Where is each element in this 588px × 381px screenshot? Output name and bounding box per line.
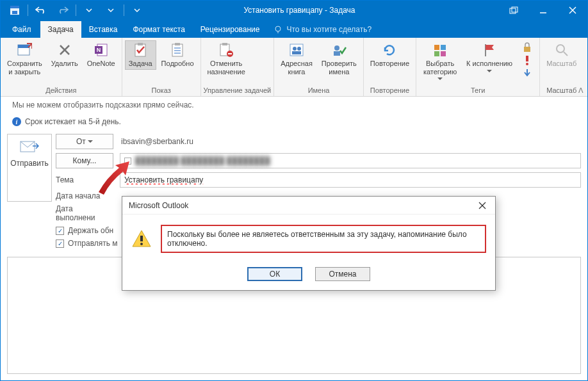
tell-me-search[interactable]: Что вы хотите сделать? — [267, 21, 378, 38]
send-me-checkbox[interactable]: ✓ — [56, 239, 64, 248]
window-minimize-icon[interactable] — [528, 1, 558, 20]
onenote-icon: N — [94, 42, 109, 58]
group-zoom-label: Масштаб — [543, 85, 580, 96]
qat-redo-icon[interactable] — [53, 1, 73, 20]
address-book-button[interactable]: Адресная книга — [277, 40, 316, 77]
svg-rect-31 — [292, 51, 301, 54]
from-button[interactable]: От — [56, 134, 113, 149]
qat-undo-icon[interactable] — [31, 1, 51, 20]
group-names-label: Имена — [277, 85, 361, 96]
save-close-button[interactable]: Сохранить и закрыть — [3, 40, 46, 77]
group-recurrence-label: Повторение — [366, 85, 413, 96]
svg-rect-11 — [18, 45, 29, 48]
warning-icon — [131, 229, 152, 249]
category-icon — [432, 42, 448, 58]
task-icon — [133, 42, 148, 58]
private-icon[interactable] — [520, 42, 534, 53]
svg-rect-2 — [12, 11, 17, 14]
dialog-title: Microsoft Outlook — [129, 201, 188, 210]
subject-field[interactable] — [120, 172, 581, 188]
send-button[interactable]: Отправить — [7, 134, 52, 202]
send-me-label: Отправлять м — [68, 239, 118, 248]
svg-rect-18 — [138, 43, 143, 45]
cancel-assign-icon — [218, 42, 234, 58]
qat-customize-icon[interactable] — [127, 1, 147, 20]
cancel-assignment-button[interactable]: Отменить назначение — [204, 40, 249, 77]
zoom-button[interactable]: Масштаб — [543, 40, 580, 70]
dropdown-icon — [437, 77, 443, 81]
save-close-icon — [17, 42, 32, 58]
title-bar: Установить гравицапу - Задача — [1, 1, 587, 20]
start-date-label: Дата начала — [56, 191, 113, 200]
priority-low-icon[interactable] — [520, 67, 534, 79]
followup-button[interactable]: К исполнению — [462, 40, 516, 75]
alert-dialog: Microsoft Outlook Поскольку вы более не … — [122, 196, 496, 291]
dialog-cancel-button[interactable]: Отмена — [315, 267, 370, 281]
window-close-icon[interactable] — [558, 1, 587, 20]
dialog-ok-button[interactable]: ОК — [247, 267, 302, 281]
svg-rect-39 — [524, 47, 530, 52]
to-button[interactable]: Кому... — [56, 153, 113, 168]
tab-task[interactable]: Задача — [40, 21, 81, 38]
svg-rect-20 — [175, 43, 180, 45]
svg-rect-1 — [10, 6, 19, 8]
tab-format[interactable]: Формат текста — [125, 21, 192, 38]
keep-updated-checkbox[interactable]: ✓ — [56, 227, 64, 235]
svg-point-41 — [526, 63, 528, 65]
onenote-button[interactable]: N OneNote — [83, 40, 119, 70]
tab-insert[interactable]: Вставка — [81, 21, 126, 38]
infobar-tips: Мы не можем отобразить подсказки прямо с… — [1, 97, 587, 113]
flag-icon — [482, 42, 497, 58]
info-icon: i — [12, 117, 21, 126]
svg-point-29 — [293, 47, 297, 51]
svg-rect-35 — [441, 45, 446, 50]
dropdown-icon — [487, 70, 492, 73]
svg-rect-34 — [434, 45, 439, 50]
svg-line-43 — [564, 52, 568, 56]
svg-rect-37 — [441, 51, 446, 56]
send-icon — [20, 140, 39, 154]
svg-point-32 — [334, 45, 339, 51]
details-icon — [170, 42, 185, 58]
dialog-close-icon[interactable] — [475, 198, 490, 213]
task-view-button[interactable]: Задача — [125, 40, 156, 70]
from-value: ibsavin@sberbank.ru — [120, 137, 193, 146]
qat-save-icon[interactable] — [4, 1, 25, 20]
details-button[interactable]: Подробно — [158, 40, 198, 70]
category-button[interactable]: Выбрать категорию — [419, 40, 461, 83]
svg-point-48 — [140, 243, 143, 245]
ribbon-collapse-icon[interactable]: ᐱ — [578, 86, 584, 95]
ribbon-tabs: Файл Задача Вставка Формат текста Реценз… — [1, 20, 587, 38]
svg-rect-47 — [140, 236, 143, 241]
priority-high-icon[interactable] — [520, 54, 534, 66]
window-restore-icon[interactable] — [499, 1, 528, 20]
svg-rect-4 — [512, 7, 518, 12]
qat-dropdown-2-icon[interactable] — [101, 1, 121, 20]
group-show-label: Показ — [125, 85, 198, 96]
delete-icon — [57, 42, 72, 58]
to-field[interactable]: ████████ ████████ ████████ — [120, 153, 581, 168]
qat-dropdown-1-icon[interactable] — [79, 1, 99, 20]
svg-rect-33 — [334, 51, 340, 56]
svg-rect-36 — [434, 51, 439, 56]
dialog-message: Поскольку вы более не являетесь ответств… — [161, 225, 486, 253]
address-book-icon — [289, 42, 304, 58]
zoom-icon — [554, 42, 569, 58]
infobar-due: i Срок истекает на 5-й день. — [1, 113, 587, 130]
svg-point-8 — [275, 26, 281, 31]
recurrence-button[interactable]: Повторение — [366, 40, 413, 70]
tab-file[interactable]: Файл — [3, 21, 40, 38]
group-actions-label: Действия — [3, 85, 119, 96]
delete-button[interactable]: Удалить — [47, 40, 82, 70]
svg-rect-40 — [526, 56, 528, 61]
svg-text:N: N — [96, 47, 101, 53]
due-date-label: Дата выполнени — [56, 204, 113, 222]
group-tags-label: Теги — [419, 85, 537, 96]
keep-updated-label: Держать обн — [68, 226, 113, 235]
svg-point-42 — [557, 45, 564, 53]
tab-review[interactable]: Рецензирование — [193, 21, 268, 38]
group-manage-label: Управление задачей — [204, 85, 272, 96]
lightbulb-icon — [274, 25, 282, 34]
svg-point-30 — [297, 47, 301, 51]
check-names-button[interactable]: Проверить имена — [318, 40, 361, 77]
